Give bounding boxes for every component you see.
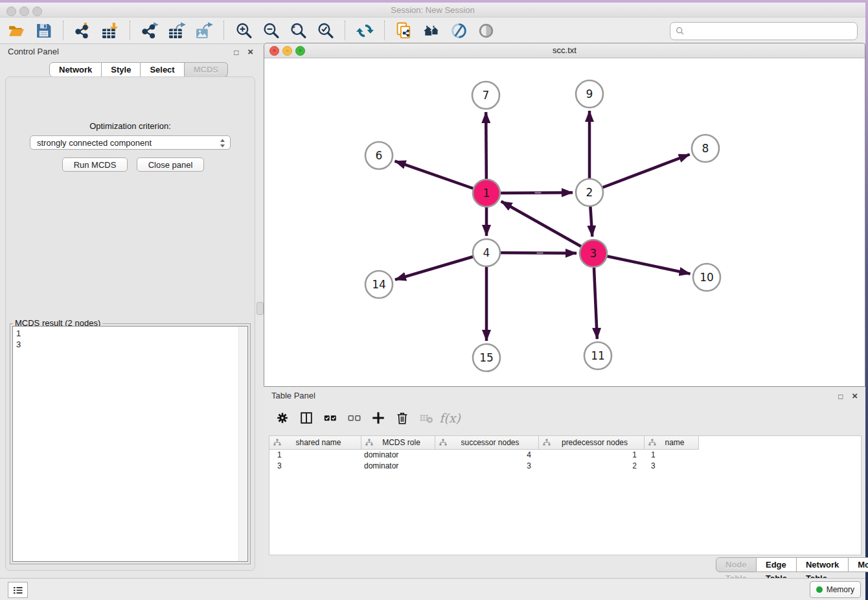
mcds-panel: Optimization criterion: strongly connect… (5, 76, 255, 571)
show-columns-icon[interactable] (294, 406, 318, 430)
open-network-file-icon[interactable] (391, 19, 417, 42)
graph-node-8[interactable]: 8 (692, 135, 719, 162)
status-bar: Memory (0, 578, 865, 600)
zoom-in-icon[interactable] (231, 19, 257, 42)
graph-edge-2-8[interactable] (589, 154, 690, 192)
close-table-panel-icon[interactable]: × (852, 390, 858, 401)
save-session-icon[interactable] (30, 19, 56, 42)
graph-node-3[interactable]: 3 (580, 240, 607, 267)
table-row[interactable]: 1dominator411 (269, 450, 861, 461)
graph-node-10[interactable]: 10 (693, 264, 720, 291)
export-table-icon[interactable] (164, 19, 190, 42)
main-toolbar (0, 17, 865, 44)
tab-motifs[interactable]: Motifs (849, 557, 868, 572)
svg-text:3: 3 (590, 247, 597, 260)
column-header-MCDS-role[interactable]: MCDS role (361, 436, 435, 450)
graph-node-15[interactable]: 15 (473, 344, 500, 371)
result-scrollbar[interactable] (238, 327, 247, 561)
tab-network[interactable]: Network (49, 62, 102, 77)
graph-node-14[interactable]: 14 (365, 271, 393, 298)
open-session-icon[interactable] (3, 19, 29, 42)
delete-row-icon[interactable] (390, 406, 414, 430)
column-label: shared name (289, 438, 341, 447)
refresh-layout-icon[interactable] (352, 19, 378, 42)
search-icon (676, 27, 685, 36)
cell: 3 (645, 461, 699, 472)
add-row-icon[interactable] (366, 406, 390, 430)
svg-text:4: 4 (483, 246, 490, 259)
close-panel-icon[interactable]: × (247, 46, 253, 57)
export-image-icon[interactable] (191, 19, 217, 42)
graph-node-2[interactable]: 2 (576, 179, 603, 206)
task-history-button[interactable] (8, 582, 28, 598)
tab-edge-table[interactable]: Edge Table (757, 557, 797, 572)
svg-text:6: 6 (376, 149, 383, 162)
tab-select[interactable]: Select (141, 62, 184, 77)
network-graph-canvas[interactable]: 7968124314101511 (264, 58, 865, 386)
cell: 3 (269, 461, 361, 472)
import-table-icon[interactable] (97, 19, 123, 42)
mcds-result-lines: 1 3 (16, 328, 21, 350)
select-all-checks-icon[interactable] (318, 406, 342, 430)
tab-network-table[interactable]: Network Table (797, 557, 849, 572)
column-label: name (658, 438, 684, 447)
float-panel-icon[interactable]: □ (234, 48, 238, 57)
function-builder-icon[interactable]: f(x) (438, 406, 462, 430)
column-label: successor nodes (454, 438, 519, 447)
graph-node-11[interactable]: 11 (584, 342, 611, 369)
criterion-dropdown[interactable]: strongly connected component (30, 135, 231, 150)
search-input[interactable] (687, 24, 857, 38)
node-table: shared nameMCDS rolesuccessor nodesprede… (269, 435, 862, 555)
column-header-successor-nodes[interactable]: successor nodes (435, 436, 539, 450)
main-titlebar: Session: New Session (0, 3, 865, 17)
graph-node-4[interactable]: 4 (473, 239, 500, 266)
zoom-fit-icon[interactable] (285, 19, 311, 42)
optimization-criterion-label: Optimization criterion: (6, 121, 255, 131)
import-network-icon[interactable] (70, 19, 96, 42)
table-tabs: Node TableEdge TableNetwork TableMotifs (716, 557, 868, 572)
column-header-shared-name[interactable]: shared name (269, 436, 361, 450)
toolbar-separator (345, 21, 345, 40)
table-row[interactable]: 3dominator323 (269, 461, 861, 472)
table-options-icon[interactable] (270, 406, 294, 430)
graph-node-1[interactable]: 1 (473, 179, 500, 207)
run-mcds-button[interactable]: Run MCDS (62, 157, 128, 172)
column-header-predecessor-nodes[interactable]: predecessor nodes (539, 436, 645, 450)
zoom-selected-icon[interactable] (312, 19, 338, 42)
graph-node-6[interactable]: 6 (365, 142, 393, 169)
table-header-row: shared nameMCDS rolesuccessor nodesprede… (269, 436, 861, 450)
show-graphics-details-icon[interactable] (473, 19, 499, 42)
network-window-titlebar[interactable]: × − + scc.txt (264, 43, 865, 58)
column-label: MCDS role (376, 438, 420, 447)
svg-text:1: 1 (483, 187, 490, 200)
first-neighbors-icon[interactable] (418, 19, 444, 42)
vizmapper-icon[interactable] (446, 19, 472, 42)
vertical-splitter-grip[interactable] (257, 302, 264, 315)
toolbar-separator (384, 21, 385, 40)
float-table-panel-icon[interactable]: □ (838, 392, 843, 401)
cell: 2 (539, 461, 645, 472)
memory-label: Memory (827, 585, 854, 594)
edge-label-tick (537, 252, 543, 253)
export-network-icon[interactable] (137, 19, 163, 42)
control-panel-title: Control Panel (8, 47, 59, 56)
graph-node-9[interactable]: 9 (576, 80, 603, 108)
table-toolbar: f(x) (270, 404, 462, 432)
graph-edge-3-1[interactable] (501, 202, 593, 253)
delete-table-icon[interactable] (414, 406, 438, 430)
graph-edge-1-6[interactable] (395, 161, 486, 193)
graph-edge-3-10[interactable] (593, 253, 691, 274)
dropdown-chevrons-icon (220, 138, 225, 148)
graph-node-7[interactable]: 7 (472, 82, 499, 109)
toolbar-separator (223, 21, 224, 40)
close-panel-button[interactable]: Close panel (137, 157, 204, 172)
mcds-result-box[interactable]: 1 3 (12, 326, 248, 562)
clear-all-checks-icon[interactable] (342, 406, 366, 430)
tab-mcds[interactable]: MCDS (185, 62, 228, 77)
tab-style[interactable]: Style (102, 62, 141, 77)
column-header-name[interactable]: name (645, 436, 699, 450)
search-box[interactable] (670, 22, 858, 40)
tab-node-table[interactable]: Node Table (716, 557, 757, 572)
memory-button[interactable]: Memory (810, 581, 861, 598)
zoom-out-icon[interactable] (258, 19, 284, 42)
